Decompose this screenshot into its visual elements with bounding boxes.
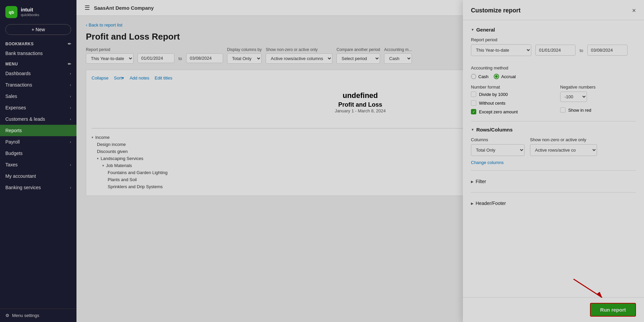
sidebar-item-sales[interactable]: Sales ›: [0, 91, 76, 102]
number-format-col: Number format Divide by 1000 Without cen…: [471, 85, 547, 114]
main-content: ☰ SaasAnt Demo Company ‹ Back to report …: [76, 0, 644, 322]
header-footer-header[interactable]: ▶ Header/Footer: [471, 198, 636, 209]
except-zero-checkbox-box: ✓: [471, 109, 476, 114]
customize-report-panel: Customize report × ▼ General Report peri…: [463, 0, 644, 322]
rows-cols-header[interactable]: ▼ Rows/Columns: [471, 127, 636, 132]
except-zero-checkbox[interactable]: ✓ Except zero amount: [471, 109, 547, 114]
sidebar-item-budgets[interactable]: Budgets: [0, 148, 76, 159]
columns-select[interactable]: Total Only: [471, 144, 525, 156]
chevron-right-icon: ›: [70, 106, 71, 110]
accounting-method-label: Accounting method: [471, 65, 636, 70]
accounting-method-group: Accounting method Cash Accrual: [471, 65, 636, 79]
chevron-right-icon: ›: [70, 117, 71, 121]
cash-radio-circle: [471, 74, 476, 79]
panel-date-to-input[interactable]: [587, 45, 628, 56]
filter-section: ▶ Filter: [471, 176, 636, 187]
new-button[interactable]: + New: [5, 24, 71, 35]
sidebar-item-expenses[interactable]: Expenses ›: [0, 102, 76, 113]
sidebar-item-reports[interactable]: Reports: [0, 125, 76, 136]
collapse-arrow-icon: ▼: [471, 28, 474, 32]
number-format-checkboxes: Divide by 1000 Without cents ✓ Except ze…: [471, 92, 547, 114]
divide-checkbox-box: [471, 92, 476, 97]
date-from-input[interactable]: [138, 53, 174, 63]
cash-radio[interactable]: Cash: [471, 74, 488, 79]
collapse-action[interactable]: Collapse: [92, 75, 109, 80]
qb-logo-icon: qb: [5, 6, 17, 18]
columns-group: Columns Total Only: [471, 137, 525, 156]
sort-action[interactable]: Sort▾: [114, 75, 124, 80]
expand-arrow-icon: ▾: [97, 157, 99, 160]
menu-settings-item[interactable]: ⚙ Menu settings: [0, 309, 76, 322]
gear-icon: ⚙: [5, 313, 9, 318]
edit-titles-action[interactable]: Edit titles: [155, 75, 172, 80]
negative-group: -100 Show in red: [560, 92, 636, 113]
non-zero-control: Show non-zero or active only Active rows…: [266, 47, 332, 64]
expand-arrow-icon: ▾: [102, 164, 104, 167]
section-divider: [471, 121, 636, 121]
back-arrow-icon: ‹: [86, 22, 87, 28]
accounting-radio-group: Cash Accrual: [471, 74, 636, 79]
panel-body: ▼ General Report period This Year-to-dat…: [463, 20, 644, 297]
general-section-header[interactable]: ▼ General: [471, 27, 636, 33]
general-section: ▼ General Report period This Year-to-dat…: [471, 27, 636, 114]
accounting-control: Accounting m... Cash: [384, 47, 412, 64]
accrual-radio[interactable]: Accrual: [494, 74, 516, 79]
accounting-select[interactable]: Cash: [384, 53, 412, 64]
run-report-button[interactable]: Run report: [590, 303, 636, 317]
to-label: to: [178, 56, 182, 64]
period-control: Report period This Year-to-date: [86, 47, 133, 64]
sidebar-item-dashboards[interactable]: Dashboards ›: [0, 68, 76, 79]
hamburger-icon[interactable]: ☰: [85, 4, 90, 11]
panel-period-group: Report period This Year-to-date to: [471, 37, 636, 61]
add-notes-action[interactable]: Add notes: [129, 75, 149, 80]
panel-period-label: Report period: [471, 37, 636, 42]
section-divider-3: [471, 192, 636, 193]
number-format-label: Number format: [471, 85, 547, 90]
show-red-checkbox-box[interactable]: [560, 107, 566, 113]
panel-period-select[interactable]: This Year-to-date: [471, 44, 531, 56]
neg-select-row: -100: [560, 92, 636, 102]
chevron-right-icon: ›: [70, 71, 71, 75]
change-columns-link[interactable]: Change columns: [471, 160, 636, 165]
compare-select[interactable]: Select period: [336, 53, 380, 64]
accrual-radio-dot: [495, 75, 498, 78]
bookmarks-edit-icon[interactable]: ✏: [68, 42, 71, 46]
menu-edit-icon[interactable]: ✏: [68, 62, 71, 66]
without-cents-checkbox-box: [471, 100, 476, 106]
filter-header[interactable]: ▶ Filter: [471, 176, 636, 187]
rows-cols-controls: Columns Total Only Show non-zero or acti…: [471, 137, 636, 156]
rows-cols-arrow-icon: ▼: [471, 128, 474, 131]
without-cents-checkbox[interactable]: Without cents: [471, 100, 547, 106]
panel-close-button[interactable]: ×: [632, 7, 636, 14]
date-from-control: [138, 47, 174, 64]
period-select[interactable]: This Year-to-date: [86, 53, 133, 64]
panel-to-label: to: [580, 48, 583, 56]
chevron-right-icon: ›: [70, 83, 71, 87]
panel-period-row: This Year-to-date to: [471, 44, 636, 56]
date-to-input[interactable]: [186, 53, 223, 63]
date-to-control: [186, 47, 223, 64]
negative-numbers-label: Negative numbers: [560, 85, 636, 90]
sidebar-item-my-accountant[interactable]: My accountant: [0, 170, 76, 182]
panel-header: Customize report ×: [463, 0, 644, 20]
compare-control: Compare another period Select period: [336, 47, 380, 64]
panel-date-from-input[interactable]: [535, 45, 576, 56]
logo-area: qb intuitquickbooks: [0, 0, 76, 23]
chevron-right-icon: ›: [70, 140, 71, 144]
divide-by-1000-checkbox[interactable]: Divide by 1000: [471, 92, 547, 97]
panel-footer: Run report: [463, 297, 644, 322]
sidebar-item-banking-services[interactable]: Banking services ›: [0, 182, 76, 193]
menu-section-header: MENU ✏: [0, 59, 76, 68]
non-zero-panel-select[interactable]: Active rows/active co: [530, 144, 597, 156]
negative-select[interactable]: -100: [560, 92, 587, 102]
sidebar-item-bank-transactions[interactable]: Bank transactions: [0, 48, 76, 59]
sidebar-item-taxes[interactable]: Taxes ›: [0, 159, 76, 170]
sidebar-item-customers-leads[interactable]: Customers & leads ›: [0, 113, 76, 125]
display-cols-select[interactable]: Total Only: [227, 53, 262, 64]
non-zero-select[interactable]: Active rows/active columns: [266, 53, 332, 64]
sidebar-item-transactions[interactable]: Transactions ›: [0, 79, 76, 91]
filter-arrow-icon: ▶: [471, 180, 474, 183]
rows-cols-section: ▼ Rows/Columns Columns Total Only Show n…: [471, 127, 636, 165]
accrual-radio-circle: [494, 74, 499, 79]
sidebar-item-payroll[interactable]: Payroll ›: [0, 136, 76, 148]
